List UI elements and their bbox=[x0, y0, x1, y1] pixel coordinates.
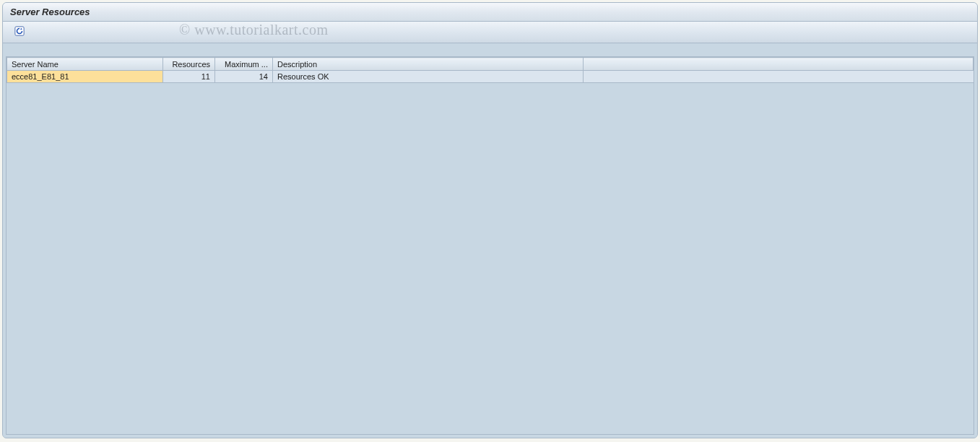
refresh-icon bbox=[14, 26, 25, 38]
toolbar bbox=[3, 22, 977, 43]
cell-server-name[interactable]: ecce81_E81_81 bbox=[7, 71, 163, 83]
cell-description[interactable]: Resources OK bbox=[273, 71, 584, 83]
refresh-button[interactable] bbox=[12, 25, 27, 40]
main-window: Server Resources © www.tutorialkart.com bbox=[2, 2, 978, 438]
cell-resources[interactable]: 11 bbox=[163, 71, 215, 83]
page-title: Server Resources bbox=[10, 6, 90, 17]
col-header-filler bbox=[584, 58, 974, 71]
data-table-container: Server Name Resources Maximum ... Descri… bbox=[6, 56, 974, 435]
col-header-resources[interactable]: Resources bbox=[163, 58, 215, 71]
col-header-server-name[interactable]: Server Name bbox=[7, 58, 163, 71]
table-row[interactable]: ecce81_E81_811114Resources OK bbox=[7, 71, 974, 83]
cell-filler bbox=[584, 71, 974, 83]
cell-maximum[interactable]: 14 bbox=[215, 71, 273, 83]
title-bar: Server Resources bbox=[3, 3, 977, 22]
col-header-maximum[interactable]: Maximum ... bbox=[215, 58, 273, 71]
table-header-row: Server Name Resources Maximum ... Descri… bbox=[7, 58, 974, 71]
content-area: Server Name Resources Maximum ... Descri… bbox=[3, 43, 977, 438]
col-header-description[interactable]: Description bbox=[273, 58, 584, 71]
server-resources-table: Server Name Resources Maximum ... Descri… bbox=[6, 57, 974, 83]
